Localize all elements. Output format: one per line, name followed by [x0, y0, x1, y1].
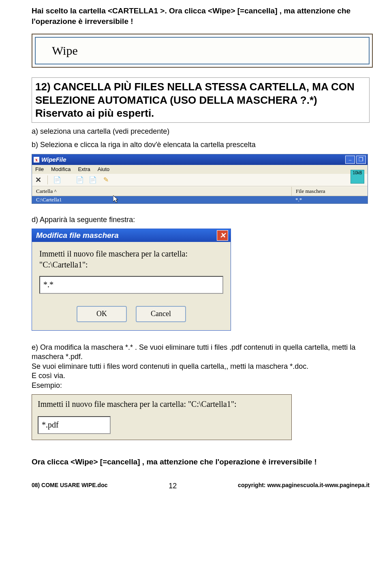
- dialog-title: Modifica file maschera: [36, 231, 119, 240]
- tool-pencil-icon[interactable]: ✎: [102, 176, 109, 184]
- snippet-input-value: *.pdf: [42, 420, 59, 430]
- close-icon: ✕: [220, 231, 226, 240]
- footer-pagenum: 12: [169, 482, 177, 490]
- col-filemaschera[interactable]: File maschera: [292, 187, 368, 196]
- tool-page3-icon[interactable]: 📄: [89, 176, 96, 184]
- menubar: File Modifica Extra Aiuto: [32, 165, 368, 174]
- mask-input[interactable]: *.*: [39, 276, 223, 294]
- toolbar: ✕ 📄 📄 📄 ✎ 10kB: [32, 174, 368, 186]
- step-b: b) Seleziona e clicca la riga in alto do…: [32, 140, 370, 150]
- tool-x-icon[interactable]: ✕: [34, 176, 42, 184]
- mask-input-value: *.*: [43, 280, 53, 289]
- tool-page2-icon[interactable]: 📄: [76, 176, 83, 184]
- section-heading-12: 12) CANCELLA PIÙ FILES NELLA STESSA CART…: [32, 77, 370, 123]
- wipe-figure: Wipe: [32, 34, 373, 68]
- tool-page-icon[interactable]: 📄: [53, 176, 61, 184]
- intro-text: Hai scelto la cartella <CARTELLA1 >. Ora…: [32, 6, 370, 26]
- footer-copyright: copyright: www.paginescuola.it-www.pagin…: [238, 482, 370, 490]
- list-row-selected[interactable]: C:\Cartella1 *.*: [32, 196, 368, 203]
- snippet-label: Immetti il nuovo file maschera per la ca…: [38, 399, 286, 410]
- final-note: Ora clicca <Wipe> [=cancella] , ma atten…: [32, 457, 370, 467]
- snippet-input[interactable]: *.pdf: [38, 416, 111, 434]
- menu-aiuto[interactable]: Aiuto: [98, 166, 110, 172]
- row-path: C:\Cartella1: [36, 197, 62, 203]
- wipe-button-label: Wipe: [52, 44, 78, 58]
- step-e: e) Ora modifica la maschera *.* . Se vuo…: [32, 343, 370, 390]
- minimize-button[interactable]: –: [345, 156, 355, 164]
- row-mask: *.*: [291, 196, 368, 203]
- ok-button[interactable]: OK: [77, 306, 127, 322]
- app-icon: x: [34, 157, 39, 163]
- dialog-titlebar: Modifica file maschera ✕: [32, 229, 231, 242]
- maximize-button[interactable]: ❐: [356, 156, 366, 164]
- cursor-icon: [113, 195, 120, 204]
- mask-dialog: Modifica file maschera ✕ Immetti il nuov…: [32, 229, 231, 331]
- window-title: WipeFile: [41, 156, 345, 163]
- menu-file[interactable]: File: [35, 166, 44, 172]
- list-header: Cartella ^ File maschera: [32, 186, 368, 196]
- svg-marker-0: [113, 195, 118, 203]
- cancel-button[interactable]: Cancel: [136, 306, 186, 322]
- col-cartella[interactable]: Cartella ^: [32, 187, 292, 196]
- example-snippet: Immetti il nuovo file maschera per la ca…: [32, 394, 292, 440]
- step-a: a) seleziona una cartella (vedi preceden…: [32, 127, 370, 136]
- page-footer: 08) COME USARE WIPE.doc 12 copyright: ww…: [32, 482, 370, 490]
- dialog-close-button[interactable]: ✕: [217, 230, 228, 241]
- dialog-label: Immetti il nuovo file maschera per la ca…: [39, 248, 223, 270]
- size-badge: 10kB: [351, 170, 364, 184]
- footer-docname: 08) COME USARE WIPE.doc: [32, 482, 107, 490]
- menu-modifica[interactable]: Modifica: [51, 166, 71, 172]
- wipe-button[interactable]: Wipe: [35, 37, 370, 64]
- step-d: d) Apparirà la seguente finestra:: [32, 215, 370, 225]
- wipefile-window: x WipeFile – ❐ ✕ File Modifica Extra Aiu…: [32, 154, 368, 204]
- menu-extra[interactable]: Extra: [78, 166, 90, 172]
- titlebar: x WipeFile – ❐ ✕: [32, 154, 368, 165]
